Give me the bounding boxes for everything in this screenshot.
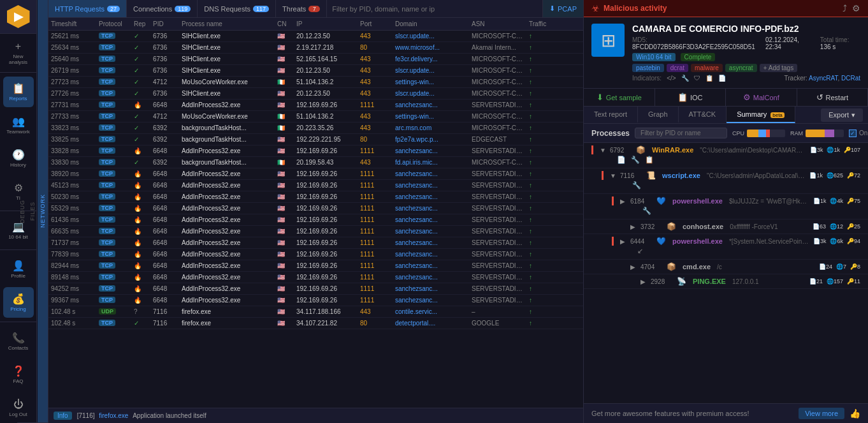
table-row[interactable]: 26719 ms TCP ✓ 6736 SIHClient.exe 🇺🇸 20.… <box>48 65 583 77</box>
col-timeshift[interactable]: Timeshift <box>48 20 96 27</box>
table-row[interactable]: 25621 ms TCP ✓ 6736 SIHClient.exe 🇺🇸 20.… <box>48 31 583 42</box>
tag-asyncrat[interactable]: asyncrat <box>725 64 757 72</box>
proc-action-icon[interactable]: 🔧 <box>642 207 651 215</box>
table-row[interactable]: 33825 ms TCP ✓ 6392 backgroundTaskHost..… <box>48 134 583 145</box>
tab-dns-requests[interactable]: DNS Requests 117 <box>198 0 276 17</box>
expand-arrow[interactable]: ▶ <box>630 223 637 230</box>
only-important-checkbox[interactable]: ✓ <box>849 130 857 137</box>
table-row[interactable]: 82944 ms TCP 🔥 6648 AddInProcess32.exe 🇺… <box>48 260 583 272</box>
col-rep[interactable]: Rep <box>131 20 150 27</box>
col-ip[interactable]: IP <box>294 20 358 27</box>
col-protocol[interactable]: Protocol <box>96 20 131 27</box>
tab-summary[interactable]: Summary beta <box>727 107 795 123</box>
table-row[interactable]: 66635 ms TCP 🔥 6648 AddInProcess32.exe 🇺… <box>48 226 583 237</box>
table-row[interactable]: 27733 ms TCP ✓ 4712 MoUsoCoreWorker.exe … <box>48 111 583 122</box>
expand-arrow[interactable]: ▶ <box>620 198 626 205</box>
proc-action-icon[interactable]: ↙ <box>637 247 643 255</box>
process-item[interactable]: ▶ 6444 💙 powershell.exe *[System.Net.Ser… <box>584 234 868 260</box>
tag-malware[interactable]: malware <box>691 64 723 72</box>
table-row[interactable]: 33823 ms TCP ✓ 6392 backgroundTaskHost..… <box>48 122 583 134</box>
process-item[interactable]: ▼ 7116 📜 wscript.exe "C:\Users\admin\App… <box>584 168 868 194</box>
tab-graph[interactable]: Graph <box>638 107 679 123</box>
tag-pastebin[interactable]: pastebin <box>632 64 664 72</box>
thumbs-up-icon[interactable]: 👍 <box>850 408 860 419</box>
expand-arrow[interactable]: ▶ <box>630 263 637 271</box>
info-badge[interactable]: Info <box>54 412 72 420</box>
table-row[interactable]: 94252 ms TCP 🔥 6648 AddInProcess32.exe 🇺… <box>48 283 583 295</box>
expand-arrow[interactable]: ▼ <box>600 147 606 154</box>
indicator-doc[interactable]: 📄 <box>718 75 726 82</box>
table-row[interactable]: 33830 ms TCP ✓ 6392 backgroundTaskHost..… <box>48 157 583 168</box>
tab-attck[interactable]: ATT&CK <box>679 107 727 123</box>
tracker-dcrat[interactable]: DCRat <box>841 75 860 82</box>
table-row[interactable]: 50230 ms TCP 🔥 6648 AddInProcess32.exe 🇺… <box>48 191 583 203</box>
table-row[interactable]: 71737 ms TCP 🔥 6648 AddInProcess32.exe 🇺… <box>48 237 583 249</box>
table-row[interactable]: 102.48 s UDP ? 7116 firefox.exe 🇺🇸 34.11… <box>48 306 583 318</box>
vtab-debug[interactable]: DEBUG <box>17 0 27 423</box>
tab-text-report[interactable]: Text report <box>584 107 638 123</box>
tag-add[interactable]: + Add tags <box>760 64 798 72</box>
cell-domain: slscr.update... <box>393 67 469 74</box>
col-asn[interactable]: ASN <box>469 20 526 27</box>
col-domain[interactable]: Domain <box>393 20 469 27</box>
process-item[interactable]: ▶ 2928 📡 PING.EXE 127.0.0.1 📄21 🌐157 🔑11 <box>584 274 868 289</box>
process-item[interactable]: ▼ 6792 📦 WinRAR.exe "C:\Users\admin\Desk… <box>584 143 868 168</box>
view-more-button[interactable]: View more <box>799 408 844 419</box>
col-process[interactable]: Process name <box>179 20 275 27</box>
table-row[interactable]: 27723 ms TCP ✓ 4712 MoUsoCoreWorker.exe … <box>48 77 583 88</box>
proc-action-icon[interactable]: 🔧 <box>631 156 640 164</box>
tab-connections[interactable]: Connections 119 <box>127 0 198 17</box>
settings-icon[interactable]: ⚙ <box>852 3 860 13</box>
vtab-files[interactable]: FILES <box>27 0 38 423</box>
table-row[interactable]: 55329 ms TCP 🔥 6648 AddInProcess32.exe 🇺… <box>48 203 583 214</box>
table-row[interactable]: 45123 ms TCP 🔥 6648 AddInProcess32.exe 🇺… <box>48 180 583 191</box>
proc-action-icon[interactable]: 🔧 <box>632 181 641 189</box>
process-item[interactable]: ▶ 3732 📦 conhost.exe 0xffffffff -ForceV1… <box>584 219 868 234</box>
expand-arrow[interactable]: ▶ <box>620 238 626 245</box>
pcap-label: PCAP <box>558 5 577 13</box>
col-cn[interactable]: CN <box>275 20 294 27</box>
process-filter-input[interactable] <box>635 128 727 138</box>
network-filter-input[interactable] <box>327 0 542 17</box>
indicator-clipboard[interactable]: 📋 <box>705 75 713 82</box>
col-port[interactable]: Port <box>358 20 393 27</box>
table-row[interactable]: 38920 ms TCP 🔥 6648 AddInProcess32.exe 🇺… <box>48 168 583 180</box>
table-row[interactable]: 27726 ms TCP ✓ 6736 SIHClient.exe 🇺🇸 20.… <box>48 88 583 100</box>
table-row[interactable]: 25634 ms TCP ✓ 6736 SIHClient.exe 🇺🇸 2.1… <box>48 42 583 54</box>
expand-arrow[interactable]: ▶ <box>640 278 647 285</box>
expand-arrow[interactable]: ▼ <box>610 172 616 179</box>
export-button[interactable]: Export ▾ <box>821 108 863 122</box>
tab-threats[interactable]: Threats 7 <box>276 0 327 17</box>
proc-action-icon[interactable]: 📄 <box>617 156 626 164</box>
pcap-button[interactable]: ⬇ PCAP <box>542 0 583 17</box>
network-table: Timeshift Protocol Rep PID Process name … <box>48 18 583 408</box>
table-row[interactable]: 89148 ms TCP 🔥 6648 AddInProcess32.exe 🇺… <box>48 272 583 283</box>
restart-button[interactable]: ↺ Restart <box>797 89 869 106</box>
table-row[interactable]: 77839 ms TCP 🔥 6648 AddInProcess32.exe 🇺… <box>48 249 583 260</box>
indicator-bug[interactable]: 🔧 <box>681 75 689 82</box>
indicator-code[interactable]: </> <box>667 75 676 82</box>
indicator-shield[interactable]: 🛡 <box>694 75 700 82</box>
malconf-button[interactable]: ⚙ MalConf <box>726 89 797 106</box>
table-row[interactable]: 61436 ms TCP 🔥 6648 AddInProcess32.exe 🇺… <box>48 214 583 226</box>
share-icon[interactable]: ⤴ <box>843 3 847 13</box>
tracker-asyncrat[interactable]: AsyncRAT <box>809 75 837 82</box>
table-row[interactable]: 99367 ms TCP 🔥 6648 AddInProcess32.exe 🇺… <box>48 295 583 306</box>
process-item[interactable]: ▶ 6184 💙 powershell.exe $luJUJJZz = 'WwB… <box>584 194 868 219</box>
cell-pid: 6648 <box>150 193 179 200</box>
col-pid[interactable]: PID <box>150 20 179 27</box>
vtab-network[interactable]: NETWORK <box>38 0 48 423</box>
proc-action-icon[interactable]: 📋 <box>645 156 654 164</box>
table-row[interactable]: 33828 ms TCP 🔥 6648 AddInProcess32.exe 🇺… <box>48 145 583 157</box>
ioc-button[interactable]: 📋 IOC <box>655 89 727 106</box>
get-sample-button[interactable]: ⬇ Get sample <box>584 89 655 106</box>
tag-dcrat[interactable]: dcrat <box>667 64 688 72</box>
table-row[interactable]: 27731 ms TCP 🔥 6648 AddInProcess32.exe 🇺… <box>48 100 583 111</box>
process-item[interactable]: ▶ 4704 📦 cmd.exe /c 📄24 🌐7 🔑8 <box>584 260 868 274</box>
tab-http-requests[interactable]: HTTP Requests 27 <box>48 0 127 17</box>
col-traffic[interactable]: Traffic <box>526 20 558 27</box>
only-important-label[interactable]: ✓ Only important <box>849 130 868 137</box>
table-row[interactable]: 25640 ms TCP ✓ 6736 SIHClient.exe 🇺🇸 52.… <box>48 54 583 65</box>
table-row[interactable]: 102.48 s TCP ✓ 7116 firefox.exe 🇺🇸 34.10… <box>48 318 583 329</box>
cell-domain: arc.msn.com <box>393 124 469 131</box>
